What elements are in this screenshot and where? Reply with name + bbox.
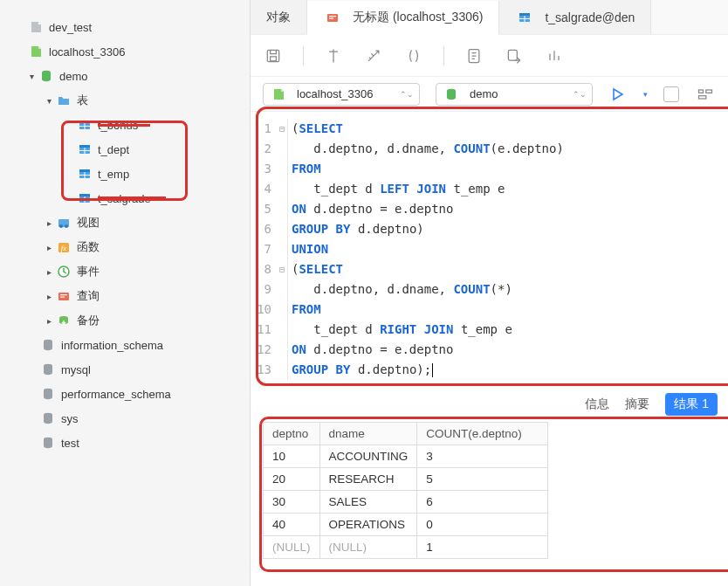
cell-count[interactable]: 1 [417, 536, 548, 559]
run-button[interactable] [608, 85, 628, 104]
db-information-schema[interactable]: information_schema [0, 333, 250, 357]
fold-icon[interactable] [277, 219, 287, 239]
conn-dev-test[interactable]: dev_test [0, 15, 250, 39]
col-dname[interactable]: dname [319, 423, 417, 445]
cell-dname[interactable]: SALES [319, 491, 417, 514]
chevron-right-icon[interactable] [44, 316, 54, 326]
chevron-right-icon[interactable] [44, 292, 54, 301]
stop-button[interactable] [663, 86, 679, 102]
node-backup[interactable]: 备份 [0, 308, 250, 333]
table-t-bonus[interactable]: t_bonus [0, 113, 250, 137]
chevron-right-icon[interactable] [44, 267, 54, 277]
code-line[interactable]: 7UNION [251, 239, 728, 259]
fold-icon[interactable] [277, 340, 287, 360]
cell-dname[interactable]: (NULL) [319, 536, 417, 559]
code-line[interactable]: 2 d.deptno, d.dname, COUNT(e.deptno) [251, 139, 728, 159]
cell-deptno[interactable]: 10 [264, 445, 320, 468]
cell-deptno[interactable]: 30 [264, 491, 320, 514]
export-button[interactable] [504, 45, 525, 66]
code-line[interactable]: 11 t_dept d RIGHT JOIN t_emp e [251, 320, 728, 340]
node-queries[interactable]: 查询 [0, 284, 250, 308]
chevron-down-icon[interactable] [44, 96, 54, 106]
fold-icon[interactable] [277, 360, 287, 380]
table-row[interactable]: (NULL)(NULL)1 [264, 536, 548, 559]
database-dropdown[interactable]: demo ⌃⌄ [436, 83, 593, 106]
db-label: performance_schema [61, 388, 171, 401]
col-deptno[interactable]: deptno [264, 423, 320, 445]
db-performance-schema[interactable]: performance_schema [0, 382, 250, 406]
fold-icon[interactable] [277, 239, 287, 259]
node-functions[interactable]: 函数 [0, 235, 250, 259]
code-line[interactable]: 9 d.deptno, d.dname, COUNT(*) [251, 279, 728, 300]
beautify-button[interactable] [363, 45, 384, 66]
sql-editor[interactable]: 1⊟(SELECT2 d.deptno, d.dname, COUNT(e.de… [251, 112, 728, 389]
result-tab-result1[interactable]: 结果 1 [665, 393, 718, 416]
table-row[interactable]: 40OPERATIONS0 [264, 514, 548, 536]
code-line[interactable]: 13GROUP BY d.deptno); [251, 360, 728, 380]
fold-icon[interactable] [277, 320, 287, 340]
table-row[interactable]: 10ACCOUNTING3 [264, 445, 548, 468]
db-demo[interactable]: demo [0, 64, 250, 88]
table-row[interactable]: 30SALES6 [264, 491, 548, 514]
run-menu-caret-icon[interactable]: ▾ [643, 90, 648, 99]
fold-icon[interactable] [277, 159, 287, 179]
result-tab-info[interactable]: 信息 [585, 396, 609, 412]
tab-t-salgrade[interactable]: t_salgrade@den [499, 0, 651, 34]
save-button[interactable] [263, 45, 284, 66]
table-t-salgrade[interactable]: t_salgrade [0, 186, 250, 210]
tab-untitled-query[interactable]: 无标题 (localhost_3306) [307, 1, 499, 35]
node-events[interactable]: 事件 [0, 259, 250, 284]
cell-dname[interactable]: ACCOUNTING [319, 445, 417, 468]
code-line[interactable]: 12ON d.deptno = e.deptno [251, 340, 728, 360]
cell-count[interactable]: 5 [417, 468, 548, 491]
code-area[interactable]: 1⊟(SELECT2 d.deptno, d.dname, COUNT(e.de… [251, 114, 728, 389]
parentheses-button[interactable] [403, 45, 424, 66]
fold-icon[interactable] [277, 179, 287, 199]
connection-dropdown[interactable]: localhost_3306 ⌃⌄ [263, 83, 420, 106]
cell-deptno[interactable]: 40 [264, 514, 320, 536]
cell-deptno[interactable]: (NULL) [264, 536, 320, 559]
chevron-right-icon[interactable] [44, 218, 54, 228]
explain-button[interactable] [464, 45, 484, 66]
code-line[interactable]: 5ON d.deptno = e.deptno [251, 199, 728, 219]
code-line[interactable]: 10FROM [251, 300, 728, 320]
chevron-down-icon[interactable] [26, 72, 37, 81]
chevron-right-icon[interactable] [44, 243, 54, 252]
table-t-emp[interactable]: t_emp [0, 162, 250, 186]
fold-icon[interactable] [277, 199, 287, 219]
code-line[interactable]: 3FROM [251, 159, 728, 179]
code-line[interactable]: 8⊟(SELECT [251, 259, 728, 279]
table-t-dept[interactable]: t_dept [0, 137, 250, 162]
cell-count[interactable]: 3 [417, 445, 548, 468]
view-icon [56, 215, 72, 231]
svg-rect-19 [508, 50, 517, 60]
format-button[interactable] [323, 45, 344, 66]
conn-localhost-3306[interactable]: localhost_3306 [0, 39, 250, 64]
cell-count[interactable]: 6 [417, 491, 548, 514]
db-test[interactable]: test [0, 431, 250, 455]
fold-icon[interactable] [277, 279, 287, 300]
fold-icon[interactable]: ⊟ [277, 259, 287, 279]
db-sys[interactable]: sys [0, 406, 250, 431]
result-grid[interactable]: deptno dname COUNT(e.deptno) 10ACCOUNTIN… [263, 422, 548, 559]
db-mysql[interactable]: mysql [0, 357, 250, 382]
code-line[interactable]: 6GROUP BY d.deptno) [251, 219, 728, 239]
table-row[interactable]: 20RESEARCH5 [264, 468, 548, 491]
cell-deptno[interactable]: 20 [264, 468, 320, 491]
db-label: mysql [61, 363, 91, 376]
code-line[interactable]: 1⊟(SELECT [251, 119, 728, 139]
result-tab-summary[interactable]: 摘要 [625, 396, 649, 412]
fold-icon[interactable]: ⊟ [277, 119, 287, 139]
fold-icon[interactable] [277, 139, 287, 159]
fold-icon[interactable] [277, 300, 287, 320]
cell-count[interactable]: 0 [417, 514, 548, 536]
tab-objects[interactable]: 对象 [251, 0, 307, 34]
cell-dname[interactable]: OPERATIONS [319, 514, 417, 536]
settings-button[interactable] [695, 84, 716, 105]
cell-dname[interactable]: RESEARCH [319, 468, 417, 491]
chart-button[interactable] [544, 45, 565, 66]
col-count[interactable]: COUNT(e.deptno) [417, 423, 548, 445]
code-line[interactable]: 4 t_dept d LEFT JOIN t_emp e [251, 179, 728, 199]
node-tables[interactable]: 表 [0, 88, 250, 113]
node-views[interactable]: 视图 [0, 210, 250, 235]
